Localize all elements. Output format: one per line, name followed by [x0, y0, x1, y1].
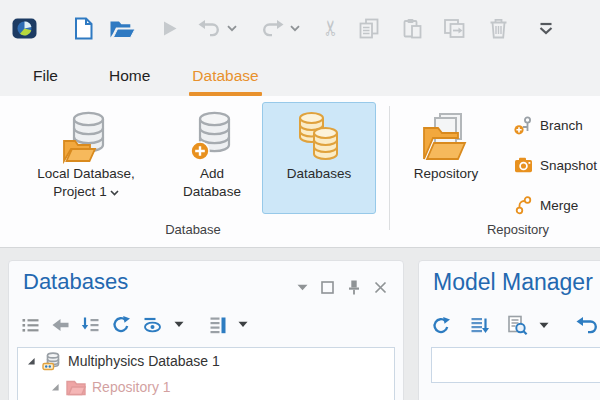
redo-options-icon[interactable]	[290, 25, 300, 32]
tree-row-multiphysics-database[interactable]: Multiphysics Database 1	[18, 348, 394, 374]
merge-icon	[514, 196, 533, 215]
collapse-icon[interactable]	[297, 284, 308, 291]
local-database-icon	[62, 107, 110, 165]
expanded-triangle-icon[interactable]	[50, 382, 60, 392]
visibility-options-icon[interactable]	[174, 321, 184, 328]
dropdown-caret-icon	[110, 190, 119, 196]
group-label-repository: Repository	[398, 222, 600, 237]
model-manager-toolbar	[431, 315, 599, 335]
databases-panel: Databases Multiphysics Database 1 Reposi…	[8, 260, 404, 400]
cut-icon[interactable]: ✂	[319, 19, 343, 37]
tab-database[interactable]: Database	[192, 56, 258, 96]
app-logo-icon[interactable]	[12, 18, 37, 39]
tab-home[interactable]: Home	[109, 56, 150, 96]
snapshot-button[interactable]: Snapshot	[514, 152, 597, 178]
refresh-icon[interactable]	[111, 315, 131, 334]
duplicate-icon[interactable]	[443, 18, 465, 39]
go-to-node-icon[interactable]	[81, 316, 100, 334]
branch-icon	[514, 116, 533, 135]
local-database-button[interactable]: Local Database, Project 1	[10, 102, 162, 202]
find-options-icon[interactable]	[539, 322, 549, 329]
redo-icon[interactable]	[261, 19, 284, 38]
sort-icon[interactable]	[470, 316, 490, 335]
ribbon-tabs: File Home Database	[0, 56, 600, 96]
repository-icon	[420, 107, 472, 165]
databases-panel-title: Databases	[23, 269, 128, 295]
repository-button[interactable]: Repository	[398, 102, 494, 184]
back-icon[interactable]	[51, 316, 70, 334]
new-file-icon[interactable]	[73, 17, 93, 40]
paste-icon[interactable]	[402, 18, 423, 39]
add-database-button[interactable]: Add Database	[168, 102, 256, 202]
toolbar-options-icon[interactable]	[538, 22, 554, 35]
local-database-label-line1: Local Database,	[37, 165, 135, 183]
refresh-icon[interactable]	[431, 316, 451, 335]
open-file-icon[interactable]	[109, 18, 136, 39]
database-node-icon	[42, 351, 62, 371]
tree-row-label: Multiphysics Database 1	[68, 353, 220, 369]
databases-button[interactable]: Databases	[262, 102, 376, 214]
columns-icon[interactable]	[209, 315, 227, 334]
tree-row-label: Repository 1	[92, 379, 171, 395]
repository-label: Repository	[414, 165, 479, 183]
snapshot-label: Snapshot	[540, 158, 597, 173]
model-manager-search-input[interactable]	[431, 347, 600, 383]
repository-node-icon	[66, 379, 86, 396]
merge-button[interactable]: Merge	[514, 192, 578, 218]
databases-icon	[293, 107, 345, 165]
model-manager-panel: Model Manager	[418, 260, 600, 400]
copy-icon[interactable]	[358, 18, 380, 39]
undo-icon[interactable]	[198, 19, 221, 38]
list-view-icon[interactable]	[21, 316, 40, 334]
databases-panel-window-controls	[297, 279, 387, 295]
databases-panel-toolbar	[21, 315, 248, 334]
close-icon[interactable]	[374, 281, 387, 294]
model-manager-panel-title: Model Manager	[433, 269, 593, 296]
branch-button[interactable]: Branch	[514, 112, 583, 138]
run-icon[interactable]	[162, 20, 178, 37]
visibility-icon[interactable]	[142, 316, 163, 333]
snapshot-icon	[514, 157, 533, 173]
columns-options-icon[interactable]	[238, 321, 248, 328]
databases-tree: Multiphysics Database 1 Repository 1	[17, 347, 395, 400]
tab-file[interactable]: File	[33, 56, 58, 96]
databases-label: Databases	[287, 165, 352, 183]
local-database-label-line2: Project 1	[53, 184, 106, 199]
merge-label: Merge	[540, 198, 578, 213]
group-label-database: Database	[10, 222, 376, 237]
float-icon[interactable]	[321, 281, 334, 294]
undo-options-icon[interactable]	[227, 25, 237, 32]
add-database-label-line2: Database	[183, 183, 241, 201]
delete-icon[interactable]	[489, 18, 508, 39]
ribbon: Local Database, Project 1 Add Database	[0, 96, 600, 248]
add-database-icon	[190, 107, 234, 165]
undo-icon[interactable]	[576, 316, 599, 335]
find-icon[interactable]	[507, 315, 528, 335]
quick-access-toolbar: ✂	[0, 0, 600, 56]
group-separator	[389, 106, 390, 230]
tree-row-repository[interactable]: Repository 1	[18, 374, 394, 400]
add-database-label-line1: Add	[200, 165, 224, 183]
branch-label: Branch	[540, 118, 583, 133]
pin-icon[interactable]	[347, 279, 361, 295]
expanded-triangle-icon[interactable]	[26, 356, 36, 366]
